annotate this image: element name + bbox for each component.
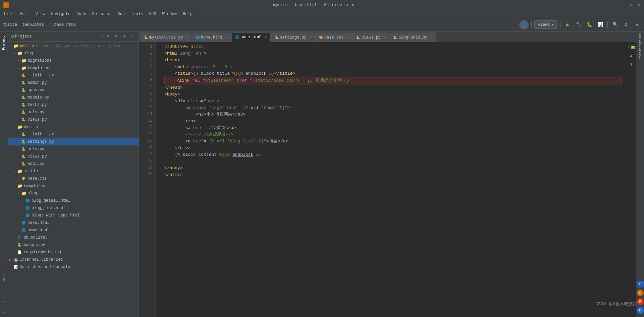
tree-home-html[interactable]: 🌐 home.html: [8, 227, 139, 234]
search-button[interactable]: 🔍: [610, 20, 620, 29]
line-numbers: 1234567891011121314151617181920: [139, 42, 156, 317]
tree-static-css[interactable]: 🎨 base.css: [8, 175, 139, 182]
tab-label: settings.py: [280, 35, 307, 40]
ext-icon-4[interactable]: C: [637, 307, 644, 314]
tree-templates[interactable]: ▾ 📁 templates: [8, 182, 139, 190]
side-tab-structure[interactable]: Structure: [1, 294, 7, 314]
tab-label-active: base.html: [240, 35, 262, 40]
breadcrumb-file[interactable]: base.html: [54, 22, 76, 27]
views-button[interactable]: views ▾: [534, 20, 557, 29]
ext-icon-1[interactable]: ⊞: [637, 281, 644, 288]
notifications-tab[interactable]: Notifications: [637, 33, 644, 60]
menu-navigate[interactable]: Navigate: [48, 11, 73, 17]
tab-settings-py[interactable]: 🐍 settings.py ✕: [271, 33, 315, 42]
tab-blog-urls[interactable]: 🐍 blog\urls.py ✕: [389, 33, 436, 42]
update-button[interactable]: ↻: [632, 20, 641, 29]
project-dropdown[interactable]: ▾: [102, 35, 104, 39]
menu-edit[interactable]: Edit: [17, 11, 32, 17]
tab-close[interactable]: ✕: [309, 36, 311, 40]
tab-close-active[interactable]: ✕: [265, 35, 267, 39]
side-tab-project[interactable]: Project: [1, 33, 7, 53]
tree-base-html[interactable]: 🌐 base.html: [8, 219, 139, 227]
menu-tools[interactable]: Tools: [128, 11, 146, 17]
tree-mysite-init[interactable]: 🐍 __init__.py: [8, 131, 139, 138]
tab-views-py[interactable]: 🐍 views.py ✕: [352, 33, 389, 42]
ext-icon-3[interactable]: F: [637, 298, 644, 305]
settings-button[interactable]: ⚙: [621, 20, 631, 29]
tab-base-html[interactable]: 🌐 base.html ✕: [231, 33, 271, 42]
tab-label: views.py: [361, 35, 381, 40]
tree-root[interactable]: ▾ 📁 mysite E:\about_Django\test\mysite_e…: [8, 42, 139, 50]
menu-window[interactable]: Window: [160, 11, 179, 17]
tree-blog-init[interactable]: 🐍 __init__.py: [8, 72, 139, 79]
tab-close[interactable]: ✕: [383, 36, 385, 40]
menu-code[interactable]: Code: [74, 11, 89, 17]
side-tab-bookmarks[interactable]: Bookmarks: [1, 269, 7, 290]
menu-run[interactable]: Run: [115, 11, 127, 17]
tab-close[interactable]: ✕: [186, 36, 188, 40]
project-tree: ▾ 📁 mysite E:\about_Django\test\mysite_e…: [8, 42, 139, 317]
menu-vcs[interactable]: VCS: [146, 11, 159, 17]
maximize-button[interactable]: ❐: [628, 2, 633, 8]
tree-requirements[interactable]: 📄 requirements.txt: [8, 249, 139, 256]
code-content[interactable]: <!DOCTYPE html><html lang="en"><head> <m…: [160, 42, 626, 317]
project-icon: ▤: [11, 34, 13, 39]
breadcrumb-sep1: ›: [18, 22, 21, 27]
proj-collapse-btn[interactable]: ⊟: [113, 33, 120, 40]
user-icon[interactable]: 👤: [519, 20, 529, 29]
tree-blog[interactable]: ▾ 📁 blog: [8, 50, 139, 57]
menu-file[interactable]: File: [1, 11, 16, 17]
ext-icon-2[interactable]: C: [637, 290, 644, 296]
proj-locate-btn[interactable]: ⊕: [105, 33, 112, 40]
proj-close-btn[interactable]: ✕: [129, 33, 136, 40]
tab-close[interactable]: ✕: [430, 36, 432, 40]
tab-icon-settings: 🐍: [275, 36, 279, 40]
right-panel-down[interactable]: ▼: [628, 61, 635, 68]
project-panel: ▤ Project ▾ ⊕ ⊟ ⚙ ✕ ▾ 📁 mysite E:\about_…: [8, 31, 139, 317]
tree-blog-detail[interactable]: 🌐 blog_detail.html: [8, 197, 139, 204]
tree-blogs-with-type[interactable]: 🌐 blogs_with_type.html: [8, 212, 139, 219]
right-panel-up[interactable]: ▲: [628, 52, 635, 60]
tree-mysite-urls[interactable]: 🐍 urls.py: [8, 145, 139, 153]
minimize-button[interactable]: —: [620, 2, 625, 8]
tab-base-css[interactable]: 🎨 base.css ✕: [315, 33, 352, 42]
breadcrumb-root[interactable]: mysite: [3, 22, 17, 27]
app-logo: P: [3, 2, 9, 8]
tree-mysite[interactable]: ▾ 📁 mysite: [8, 123, 139, 131]
menu-help[interactable]: Help: [180, 11, 195, 17]
build-button[interactable]: 🔨: [574, 20, 583, 29]
tree-manage[interactable]: 🐍 manage.py: [8, 241, 139, 249]
tab-home-html[interactable]: 🌐 home.html ✕: [192, 33, 231, 42]
tree-blog-templates[interactable]: ▾ 📁 templates: [8, 64, 139, 72]
tree-mysite-settings[interactable]: 🐍 settings.py: [8, 138, 139, 145]
tree-blog-admin[interactable]: 🐍 admin.py: [8, 79, 139, 86]
tree-blog-tests[interactable]: 🐍 tests.py: [8, 101, 139, 109]
tab-close[interactable]: ✕: [346, 36, 348, 40]
right-panel-check[interactable]: ✓2: [628, 44, 635, 51]
tree-blog-models[interactable]: 🐍 models.py: [8, 94, 139, 101]
tree-migrations[interactable]: ▾ 📁 migrations: [8, 57, 139, 64]
tab-mysite-urls[interactable]: 🐍 mysite\urls.py ✕: [140, 33, 192, 42]
close-button[interactable]: ✕: [636, 2, 641, 8]
menu-refactor[interactable]: Refactor: [90, 11, 114, 17]
tree-external-libs[interactable]: ▶ 📚 External Libraries: [8, 256, 139, 263]
proj-settings-btn[interactable]: ⚙: [121, 33, 128, 40]
tree-scratches[interactable]: 📝 Scratches and Consoles: [8, 263, 139, 271]
debug-button[interactable]: 🐛: [585, 20, 594, 29]
tabs-more-button[interactable]: ⋮: [627, 37, 636, 42]
tree-blog-views[interactable]: 🐍 views.py: [8, 116, 139, 123]
menu-view[interactable]: View: [33, 11, 48, 17]
tree-db[interactable]: 🗄 db.sqlite3: [8, 234, 139, 241]
tree-mysite-views[interactable]: 🐍 views.py: [8, 153, 139, 160]
tab-close[interactable]: ✕: [225, 36, 227, 40]
tree-blog-list[interactable]: 🌐 blog_list.html: [8, 204, 139, 212]
tree-static[interactable]: ▾ 📁 static: [8, 168, 139, 175]
tab-label: home.html: [201, 35, 223, 40]
breadcrumb-folder[interactable]: templates: [22, 22, 44, 27]
tree-blog-urls[interactable]: 🐍 urls.py: [8, 109, 139, 116]
tree-templates-blog[interactable]: ▾ 📁 blog: [8, 190, 139, 197]
tree-blog-apps[interactable]: 🐍 apps.py: [8, 86, 139, 94]
tree-mysite-wsgi[interactable]: 🐍 wsgi.py: [8, 160, 139, 168]
run-button[interactable]: ▶: [563, 20, 573, 29]
profile-button[interactable]: 📊: [595, 20, 605, 29]
